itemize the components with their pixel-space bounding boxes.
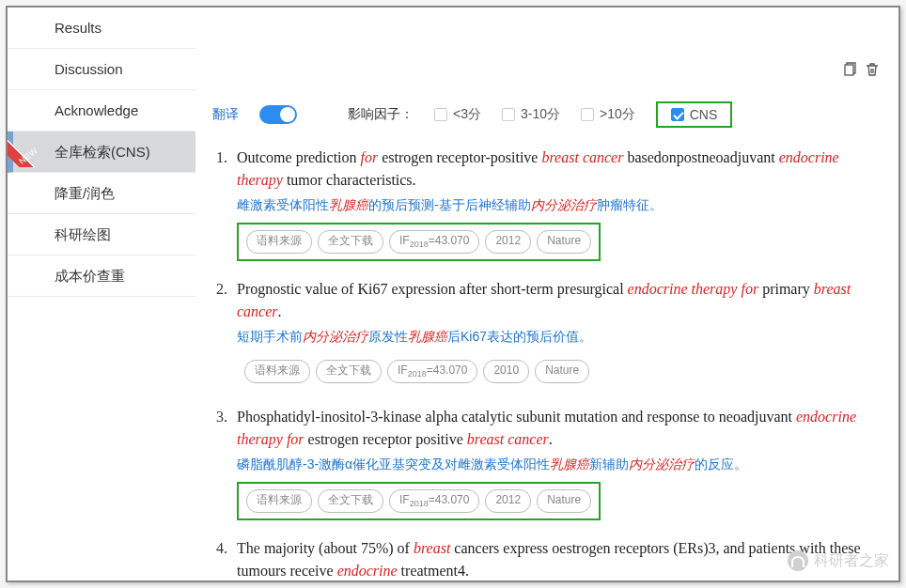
pill-journal[interactable]: Nature <box>537 489 591 513</box>
sidebar-item-3[interactable]: 全库检索(CNS)NEW <box>8 132 195 173</box>
filter-bar: 翻译 影响因子： <3分3-10分>10分CNS <box>212 101 870 128</box>
pill-year[interactable]: 2012 <box>485 489 531 513</box>
sidebar-item-1[interactable]: Discussion <box>8 49 195 90</box>
pill-download[interactable]: 全文下载 <box>318 489 383 513</box>
trash-icon[interactable] <box>865 62 880 80</box>
filter-option-label: 3-10分 <box>521 106 560 123</box>
impact-factor-label: 影响因子： <box>348 106 414 123</box>
sidebar-item-5[interactable]: 科研绘图 <box>8 214 195 255</box>
result-title[interactable]: Prognostic value of Ki67 expression afte… <box>237 278 870 323</box>
copy-icon[interactable] <box>842 62 857 80</box>
pill-if[interactable]: IF2018=43.070 <box>387 360 477 383</box>
filter-option-label: >10分 <box>600 106 635 123</box>
result-pills: 语料来源全文下载IF2018=43.0702010Nature <box>237 354 597 389</box>
pill-source[interactable]: 语料来源 <box>246 230 312 254</box>
content-area: 翻译 影响因子： <3分3-10分>10分CNS 1.Outcome predi… <box>195 8 898 580</box>
result-item: 1.Outcome prediction for estrogen recept… <box>212 147 870 261</box>
result-number: 4. <box>212 537 237 580</box>
translate-toggle[interactable] <box>259 105 297 124</box>
filter-option-label: CNS <box>690 107 718 122</box>
result-item: 2.Prognostic value of Ki67 expression af… <box>212 278 870 389</box>
filter-checkbox-0[interactable]: <3分 <box>434 106 481 123</box>
result-title[interactable]: Outcome prediction for estrogen receptor… <box>237 147 870 192</box>
result-pills: 语料来源全文下载IF2018=43.0702012Nature <box>237 223 601 261</box>
result-title[interactable]: Phosphatidyl-inositol-3-kinase alpha cat… <box>237 406 870 451</box>
result-number: 1. <box>212 147 237 261</box>
sidebar-item-4[interactable]: 降重/润色 <box>8 173 195 214</box>
result-item: 4.The majority (about 75%) of breast can… <box>212 537 870 580</box>
pill-download[interactable]: 全文下载 <box>318 230 383 254</box>
pill-year[interactable]: 2010 <box>483 360 529 383</box>
new-badge: NEW <box>8 133 50 179</box>
toolbar-icons <box>842 62 880 80</box>
svg-rect-0 <box>845 65 853 75</box>
result-translation: 短期手术前内分泌治疗原发性乳腺癌后Ki67表达的预后价值。 <box>237 327 870 347</box>
pill-if[interactable]: IF2018=43.070 <box>389 230 479 254</box>
result-pills: 语料来源全文下载IF2018=43.0702012Nature <box>237 482 601 520</box>
pill-if[interactable]: IF2018=43.070 <box>389 489 479 513</box>
filter-highlight-box: CNS <box>656 101 733 128</box>
translate-label: 翻译 <box>212 106 239 123</box>
result-number: 3. <box>212 406 237 520</box>
sidebar-item-6[interactable]: 成本价查重 <box>8 255 195 297</box>
result-number: 2. <box>212 278 237 389</box>
pill-journal[interactable]: Nature <box>535 360 589 383</box>
filter-checkbox-1[interactable]: 3-10分 <box>502 106 560 123</box>
result-translation: 磷脂酰肌醇-3-激酶α催化亚基突变及对雌激素受体阳性乳腺癌新辅助内分泌治疗的反应… <box>237 455 870 474</box>
app-frame: ResultsDiscussionAcknowledge全库检索(CNS)NEW… <box>6 6 900 582</box>
pill-year[interactable]: 2012 <box>485 230 531 254</box>
results-list: 1.Outcome prediction for estrogen recept… <box>212 147 870 580</box>
pill-source[interactable]: 语料来源 <box>244 360 310 383</box>
filter-checkbox-2[interactable]: >10分 <box>581 106 635 123</box>
pill-download[interactable]: 全文下载 <box>316 360 382 383</box>
filter-checkbox-3[interactable]: CNS <box>671 107 718 122</box>
result-translation: 雌激素受体阳性乳腺癌的预后预测-基于后神经辅助内分泌治疗肿瘤特征。 <box>237 195 870 215</box>
sidebar: ResultsDiscussionAcknowledge全库检索(CNS)NEW… <box>8 8 195 580</box>
pill-source[interactable]: 语料来源 <box>246 489 312 513</box>
result-item: 3.Phosphatidyl-inositol-3-kinase alpha c… <box>212 406 870 520</box>
result-title[interactable]: The majority (about 75%) of breast cance… <box>237 537 870 580</box>
filter-option-label: <3分 <box>453 106 481 123</box>
sidebar-item-0[interactable]: Results <box>8 8 195 49</box>
sidebar-item-2[interactable]: Acknowledge <box>8 90 195 132</box>
pill-journal[interactable]: Nature <box>537 230 591 254</box>
